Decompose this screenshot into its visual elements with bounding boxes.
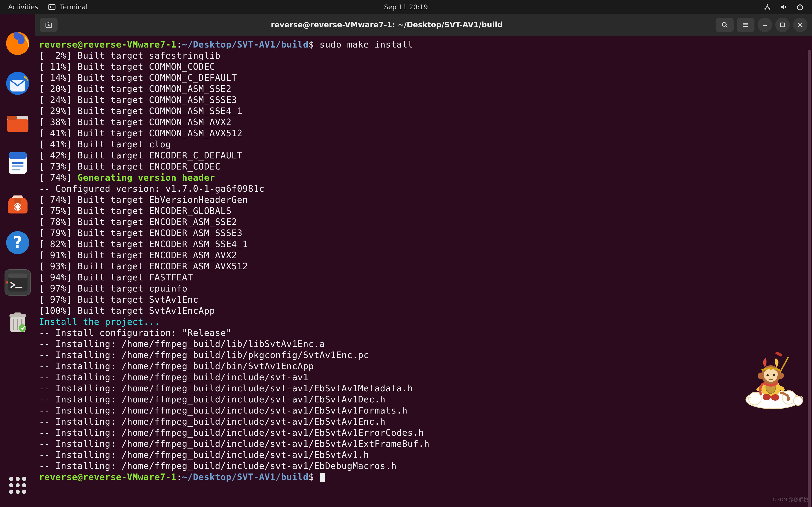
svg-rect-13 [12, 165, 23, 167]
svg-rect-0 [49, 5, 55, 10]
terminal-viewport[interactable]: reverse@reverse-VMware7-1:~/Desktop/SVT-… [35, 36, 812, 507]
activities-button[interactable]: Activities [8, 3, 38, 11]
files-icon[interactable] [5, 110, 31, 136]
search-button[interactable] [716, 18, 733, 32]
maximize-button[interactable] [775, 18, 790, 32]
thunderbird-icon[interactable] [5, 70, 31, 97]
software-icon[interactable] [5, 190, 31, 216]
svg-rect-11 [9, 152, 27, 159]
svg-rect-9 [7, 116, 17, 120]
volume-icon[interactable] [780, 3, 788, 11]
trash-icon[interactable] [5, 309, 31, 335]
svg-rect-8 [7, 119, 28, 132]
top-panel: Activities Terminal Sep 11 20:19 [0, 0, 812, 14]
help-icon[interactable]: ? [5, 229, 31, 256]
menu-button[interactable] [737, 18, 754, 32]
network-icon[interactable] [764, 3, 771, 11]
svg-rect-20 [8, 273, 28, 278]
close-button[interactable] [793, 18, 807, 32]
window-title: reverse@reverse-VMware7-1: ~/Desktop/SVT… [61, 20, 713, 29]
new-tab-button[interactable] [40, 18, 58, 32]
svg-point-26 [722, 22, 726, 26]
minimize-button[interactable] [758, 18, 772, 32]
show-apps-button[interactable] [9, 477, 26, 494]
firefox-icon[interactable] [5, 30, 31, 57]
svg-point-16 [14, 203, 21, 211]
dock: ? [0, 14, 35, 507]
active-app-label: Terminal [60, 3, 88, 11]
terminal-window: reverse@reverse-VMware7-1: ~/Desktop/SVT… [35, 14, 812, 507]
svg-rect-14 [12, 169, 20, 170]
terminal-small-icon [48, 3, 56, 11]
titlebar: reverse@reverse-VMware7-1: ~/Desktop/SVT… [35, 14, 812, 36]
clock[interactable]: Sep 11 20:19 [0, 3, 812, 11]
watermark: CSDN @猕猴桃 [773, 496, 808, 503]
svg-rect-12 [12, 162, 23, 164]
terminal-icon[interactable] [5, 269, 31, 296]
active-app-indicator[interactable]: Terminal [48, 3, 88, 11]
svg-rect-23 [14, 313, 21, 315]
power-icon[interactable] [796, 3, 804, 11]
svg-point-1 [767, 4, 768, 5]
svg-text:?: ? [13, 233, 22, 251]
svg-rect-15 [14, 198, 21, 203]
svg-point-3 [769, 8, 770, 9]
writer-icon[interactable] [5, 150, 31, 176]
scrollbar-thumb[interactable] [808, 50, 811, 507]
scrollbar[interactable] [807, 50, 812, 507]
svg-point-2 [764, 8, 766, 9]
svg-rect-27 [781, 23, 784, 27]
